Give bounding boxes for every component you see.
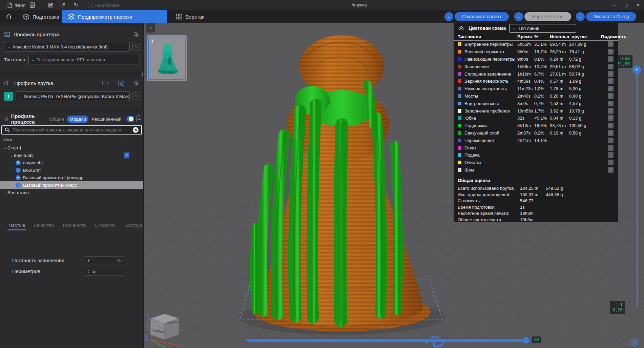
export-gcode-button[interactable]: Экспорт в G-код (586, 12, 636, 21)
process-list-icon[interactable] (137, 116, 141, 122)
tree-item[interactable]: +Базовый примитив-Цилиндр (0, 174, 143, 181)
tree-item[interactable]: +Bow.3mf (0, 166, 143, 174)
file-menu[interactable]: Файл (7, 0, 25, 10)
save-button[interactable] (48, 0, 54, 10)
visibility-checkbox[interactable] (608, 145, 614, 151)
visibility-checkbox[interactable]: ✓ (608, 93, 614, 99)
segment-slider-track[interactable] (246, 339, 530, 342)
process-toggle[interactable] (126, 116, 134, 122)
edit-filament-button[interactable]: ✎ (132, 93, 140, 100)
setting-tab-Скорость[interactable]: Скорость (95, 223, 115, 230)
line-type-row[interactable]: Юбка32s<0.1%0,04 m0,13 g✓ (454, 115, 618, 122)
line-type-row[interactable]: Заполнение пробелов19m59s1,7%3,62 m10,78… (454, 107, 618, 115)
search-input[interactable]: Поиск печатной пластины, модели или част… (1, 125, 142, 135)
infill-density-input[interactable]: 7 % (84, 256, 124, 265)
visibility-checkbox[interactable] (608, 152, 614, 158)
setting-tab-Прочность[interactable]: Прочность (63, 223, 86, 230)
slice-plate-button[interactable]: Нарезать стол (524, 12, 571, 21)
undo-button[interactable]: ↺ (61, 0, 65, 10)
expander-icon[interactable]: ⌄ (3, 146, 7, 150)
line-type-row[interactable]: Перемещения2h41m14,1% (454, 137, 618, 144)
visibility-checkbox[interactable]: ✓ (608, 86, 614, 91)
line-type-row[interactable]: Мосты2m40s0,2%0,20 m0,60 g✓ (454, 93, 618, 100)
printer-profile-dropdown[interactable]: ⌄ Anycubic Kobra 3 MAX 0.4 nozzle(внучка… (4, 42, 130, 52)
tab-workbench[interactable]: Верстак (171, 10, 210, 23)
sidebar-collapse-handle[interactable]: ‹› (146, 23, 155, 33)
tree-item[interactable]: ›Вне стола (0, 189, 143, 196)
process-mode-Расширенный[interactable]: Расширенный (89, 116, 124, 123)
collapse-panel-icon[interactable] (458, 25, 464, 31)
wall-loops-input[interactable]: ▲▼ 5 (84, 267, 124, 276)
home-button[interactable] (3, 11, 15, 22)
segment-slider-thumb[interactable] (522, 337, 529, 344)
setting-tab-Частые[interactable]: Частые (9, 223, 25, 230)
line-type-row[interactable]: Верхняя поверхность4m59s0,4%0,57 m1,69 g… (454, 78, 618, 85)
visibility-checkbox[interactable]: ✓ (608, 56, 614, 62)
filament-settings-icon[interactable] (133, 80, 139, 86)
tree-item[interactable]: ⌄внуча.obj✓ (0, 151, 143, 159)
tree-item[interactable]: ⌄Стол 1 (0, 144, 143, 151)
visibility-checkbox[interactable]: ✓ (608, 41, 614, 47)
line-type-row[interactable]: Внутренние периметры5h55m31,1%69,54 m207… (454, 41, 618, 48)
save-project-button[interactable]: Сохранить проект (455, 12, 509, 21)
expander-icon[interactable]: ⌄ (9, 153, 14, 158)
visibility-checkbox[interactable]: ✓ (608, 71, 614, 77)
visibility-checkbox[interactable]: ✓ (608, 115, 614, 121)
expander-icon[interactable]: › (3, 190, 7, 195)
layers-corner-button[interactable] (630, 338, 639, 347)
visibility-checkbox[interactable]: ✓ (608, 64, 614, 69)
process-mode-Общие[interactable]: Общие (47, 116, 66, 123)
export-gcode-dropdown[interactable]: ⌄ (576, 12, 585, 21)
clear-search-icon[interactable]: ✕ (133, 127, 139, 133)
sync-filament-icon[interactable] (118, 80, 125, 86)
calibration-button[interactable]: Калибровка (87, 0, 120, 10)
visibility-checkbox[interactable] (608, 160, 614, 165)
line-type-row[interactable]: Швы✓ (454, 166, 618, 174)
filament-profile-dropdown[interactable]: ⌄ Generic PETG ТЕХНАРЬ @Anycubic Kobra 3… (16, 91, 130, 101)
line-type-row[interactable]: Сплошное заполнение1h16m6,7%17,01 m50,74… (454, 70, 618, 78)
line-type-row[interactable]: Внешний периметр3h0m15,7%26,29 m78,41 g✓ (454, 48, 618, 56)
line-type-row[interactable]: Подача (454, 151, 618, 159)
color-scheme-dropdown[interactable]: ⌄ Тип линии (509, 24, 576, 33)
visibility-checkbox[interactable] (608, 138, 614, 143)
visibility-checkbox[interactable]: ✓ (608, 167, 614, 173)
visibility-checkbox[interactable]: ✓ (608, 101, 614, 106)
bed-type-dropdown[interactable]: ⌄ Текстурированная PEI пластина (28, 55, 140, 64)
line-type-row[interactable]: Нижняя поверхность11m23s1,0%1,78 m5,30 g… (454, 85, 618, 93)
tab-preview[interactable]: Предпросмотр нарезки (62, 10, 167, 23)
visibility-checkbox[interactable]: ✓ (608, 123, 614, 128)
setting-tab-Качество[interactable]: Качество (34, 223, 54, 230)
line-type-row[interactable]: Нависающие периметры9m0s0,8%0,24 m0,72 g… (454, 56, 618, 63)
close-button[interactable]: ✕ (632, 0, 644, 10)
line-type-row[interactable]: Поддержка3h10m16,6%33,73 m100,59 g✓ (454, 122, 618, 129)
tree-item-checkbox[interactable]: ✓ (124, 152, 129, 158)
plate-thumbnail[interactable]: 1 (147, 35, 187, 81)
save-project-dropdown[interactable]: ⌄ (444, 12, 453, 21)
tree-item[interactable]: +внуча.obj (0, 159, 143, 166)
line-type-row[interactable]: Связующий слой2m37s0,2%0,19 m0,58 g✓ (454, 129, 618, 137)
minimize-button[interactable]: — (608, 0, 620, 10)
notes-button[interactable] (30, 0, 35, 10)
process-mode-Модели[interactable]: Модели (67, 116, 88, 123)
visibility-checkbox[interactable]: ✓ (608, 78, 614, 84)
line-type-row[interactable]: Откат (454, 144, 618, 151)
line-type-row[interactable]: Заполнение1h58m10,4%29,51 m88,02 g✓ (454, 63, 618, 70)
tab-prepare[interactable]: Подготовка (18, 10, 65, 23)
visibility-checkbox[interactable]: ✓ (608, 130, 614, 136)
redo-button[interactable]: ↻ (74, 0, 78, 10)
stepper-arrows-icon[interactable]: ▲▼ (87, 269, 89, 273)
line-type-row[interactable]: Очистка (454, 159, 618, 166)
add-filament-icon[interactable] (102, 80, 109, 86)
layer-slider-thumb[interactable]: + (633, 66, 641, 74)
edit-printer-button[interactable]: ✎ (132, 43, 140, 50)
line-type-row[interactable]: Внутренний мост8m0s0,7%1,53 m4,57 g✓ (454, 100, 618, 107)
visibility-checkbox[interactable]: ✓ (608, 49, 614, 55)
tree-item[interactable]: +Базовый примитив-Конус (0, 181, 143, 189)
maximize-button[interactable]: □ (621, 0, 632, 10)
setting-tab-Экструд...[interactable]: Экструд... (124, 223, 146, 230)
filament-slot-badge[interactable]: 1 (4, 92, 13, 101)
visibility-checkbox[interactable]: ✓ (608, 108, 614, 114)
printer-settings-icon[interactable] (133, 32, 139, 37)
layer-slider-track[interactable] (637, 69, 638, 307)
slice-plate-dropdown[interactable]: ⌄ (514, 12, 523, 21)
